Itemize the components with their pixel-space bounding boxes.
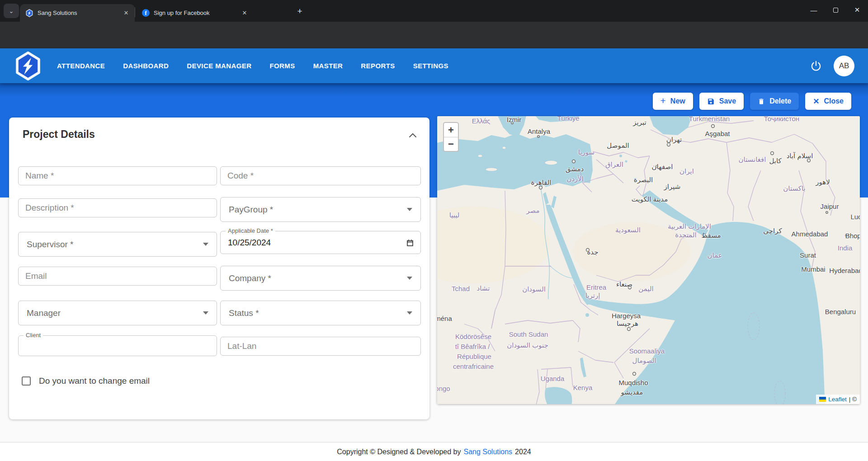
application-window: ⌄ Sang Solutions ✕ f Sign up for Faceboo… <box>0 0 868 461</box>
maximize-icon <box>833 8 838 13</box>
minimize-button[interactable]: — <box>803 0 825 20</box>
map-label: Surat <box>800 251 816 259</box>
zoom-out-button[interactable]: − <box>444 137 458 151</box>
leaflet-link[interactable]: Leaflet <box>828 396 847 403</box>
map-label: اسلام آباد <box>787 152 813 160</box>
tab-search-button[interactable]: ⌄ <box>4 4 19 18</box>
save-button[interactable]: Save <box>699 93 744 110</box>
close-button[interactable]: ✕ Close <box>805 93 851 110</box>
close-window-button[interactable]: ✕ <box>846 0 868 20</box>
nav-item-master[interactable]: MASTER <box>304 57 352 74</box>
copyright-text: Copyright © Designed & Developed by <box>337 448 461 456</box>
map-label: لاهور <box>816 178 830 186</box>
nav-item-attendance[interactable]: ATTENDANCE <box>48 57 114 74</box>
copyright-year: 2024 <box>515 448 531 456</box>
map-label: السعودية <box>615 226 641 234</box>
leaflet-map[interactable]: ΕλλάςIzmirTürkiyeAntalyaتبريزTurkmenista… <box>437 116 860 404</box>
sang-solutions-logo[interactable] <box>14 52 42 80</box>
plus-icon: + <box>660 95 666 106</box>
map-label: صنعاء <box>616 280 632 288</box>
map-label: Bengaluru <box>825 308 856 315</box>
close-tab-icon[interactable]: ✕ <box>122 9 130 17</box>
map-label: مقديشو <box>621 388 643 396</box>
change-email-checkbox[interactable] <box>22 376 31 386</box>
map-label: Aşgabat <box>705 130 730 137</box>
browser-tab-facebook[interactable]: f Sign up for Facebook ✕ <box>137 4 253 22</box>
new-tab-button[interactable]: + <box>293 5 307 17</box>
map-label: تشاد <box>477 284 490 292</box>
page-footer: Copyright © Designed & Developed by Sang… <box>0 442 868 461</box>
name-input[interactable] <box>18 166 217 185</box>
maximize-button[interactable] <box>825 0 846 20</box>
power-icon[interactable] <box>810 60 822 72</box>
new-button[interactable]: + New <box>653 93 693 110</box>
save-icon <box>707 98 715 105</box>
close-tab-icon[interactable]: ✕ <box>241 9 249 17</box>
nav-item-settings[interactable]: SETTINGS <box>404 57 458 74</box>
map-label: Tchad <box>452 285 470 292</box>
sang-solutions-link[interactable]: Sang Solutions <box>463 448 512 456</box>
window-controls: — ✕ <box>803 0 868 20</box>
map-label: إرتريا <box>585 292 600 300</box>
calendar-icon[interactable] <box>406 238 414 247</box>
status-select[interactable]: Status * <box>220 301 421 325</box>
applicable-date-label: Applicable Date * <box>226 227 275 234</box>
map-label: South Sudan <box>509 330 548 338</box>
manager-label: Manager <box>27 308 61 318</box>
map-label: مصر <box>526 207 539 215</box>
code-input[interactable] <box>220 166 421 185</box>
user-avatar[interactable]: AB <box>834 56 854 76</box>
map-label: اليمن <box>638 285 653 293</box>
delete-button-label: Delete <box>769 97 791 105</box>
applicable-date-field[interactable]: Applicable Date * 10/25/2024 <box>220 231 421 254</box>
close-button-label: Close <box>824 97 844 105</box>
map-label: البصرة <box>634 176 653 184</box>
card-title: Project Details <box>23 128 95 141</box>
map-label: Eritrea <box>586 283 606 291</box>
nav-item-forms[interactable]: FORMS <box>260 57 304 74</box>
latlan-input[interactable] <box>220 337 421 356</box>
map-label: الأردن <box>566 175 584 183</box>
map-label: ايران <box>679 167 694 175</box>
change-email-label: Do you want to change email <box>39 376 150 386</box>
sang-solutions-favicon <box>25 9 33 17</box>
paygroup-label: PayGroup * <box>229 205 273 215</box>
paygroup-select[interactable]: PayGroup * <box>220 197 421 222</box>
company-label: Company * <box>229 273 271 283</box>
delete-button[interactable]: Delete <box>750 93 799 110</box>
description-input[interactable] <box>18 198 217 217</box>
client-field[interactable]: Client <box>18 335 217 356</box>
manager-select[interactable]: Manager <box>18 301 217 325</box>
main-menu: ATTENDANCEDASHBOARDDEVICE MANAGERFORMSMA… <box>48 57 458 74</box>
map-label: centrafricaine <box>453 362 494 370</box>
app-navbar: ATTENDANCEDASHBOARDDEVICE MANAGERFORMSMA… <box>0 48 868 83</box>
map-label: ليبيا <box>449 211 460 219</box>
map-label: Uganda <box>541 375 565 382</box>
zoom-in-button[interactable]: + <box>444 123 458 137</box>
map-label: Jaipur <box>821 202 839 210</box>
map-label: Kenya <box>573 384 593 391</box>
client-input[interactable] <box>23 338 212 354</box>
map-label: Bhopal <box>845 232 860 240</box>
map-label: جدة <box>587 248 598 256</box>
map-label: Ahmedabad <box>792 230 828 238</box>
map-label: الإمارات العربية <box>668 222 711 230</box>
nav-item-reports[interactable]: REPORTS <box>352 57 404 74</box>
chevron-down-icon: ⌄ <box>9 8 14 14</box>
map-label: اصفهان <box>652 163 673 171</box>
dropdown-arrow-icon <box>203 311 208 315</box>
email-input[interactable] <box>18 267 217 286</box>
collapse-chevron-icon[interactable] <box>409 133 417 138</box>
browser-tab-strip: ⌄ Sang Solutions ✕ f Sign up for Faceboo… <box>0 0 868 22</box>
supervisor-select[interactable]: Supervisor * <box>18 232 217 257</box>
map-label: هرجيسا <box>617 320 638 328</box>
browser-tab-active[interactable]: Sang Solutions ✕ <box>20 4 135 22</box>
map-label: جنوب السودان <box>507 341 548 349</box>
map-label: باكستان <box>783 184 805 193</box>
nav-item-dashboard[interactable]: DASHBOARD <box>114 57 178 74</box>
nav-item-device-manager[interactable]: DEVICE MANAGER <box>178 57 260 74</box>
map-label: كراچى <box>763 227 782 235</box>
applicable-date-value: 10/25/2024 <box>228 238 271 248</box>
company-select[interactable]: Company * <box>220 266 421 291</box>
dropdown-arrow-icon <box>203 243 208 246</box>
